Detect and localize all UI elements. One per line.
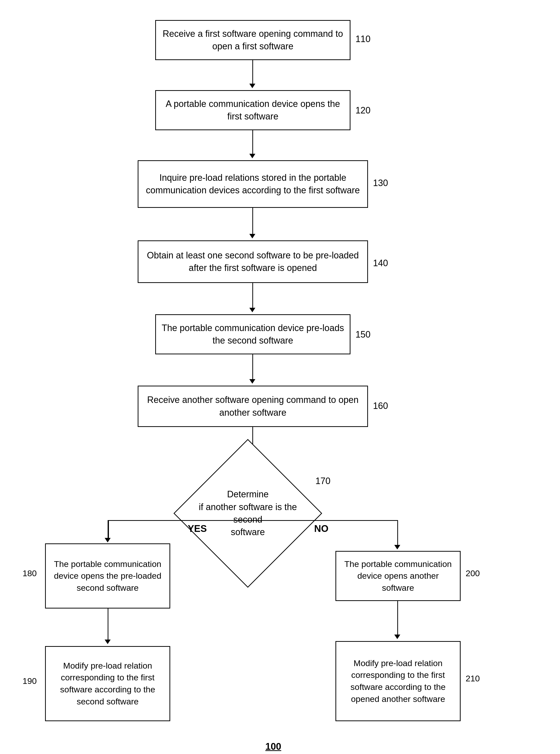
- box-140: Obtain at least one second software to b…: [138, 240, 368, 283]
- label-190: 190: [22, 676, 37, 686]
- arrowhead-150-160: [249, 379, 255, 384]
- arrow-150-160: [252, 354, 253, 381]
- arrow-yes-vert: [108, 520, 108, 540]
- arrowhead-no: [394, 545, 400, 550]
- diamond-170: Determineif another software is thesecon…: [195, 461, 300, 566]
- arrow-no-vert: [397, 520, 398, 547]
- label-170: 170: [315, 476, 331, 486]
- arrow-110-120: [252, 60, 253, 85]
- arrow-140-150: [252, 283, 253, 309]
- label-200: 200: [466, 569, 480, 578]
- arrowhead-200-210: [394, 635, 400, 639]
- arrow-180-190: [108, 609, 108, 641]
- box-130-text: Inquire pre-load relations stored in the…: [143, 172, 362, 197]
- box-150-text: The portable communication device pre-lo…: [161, 322, 345, 347]
- label-110: 110: [356, 34, 371, 44]
- arrowhead-180-190: [105, 639, 111, 644]
- box-140-text: Obtain at least one second software to b…: [143, 249, 362, 275]
- box-130: Inquire pre-load relations stored in the…: [138, 160, 368, 208]
- arrowhead-130-140: [249, 234, 255, 238]
- arrowhead-120-130: [249, 154, 255, 158]
- arrow-120-130: [252, 130, 253, 155]
- box-180: The portable communication device opens …: [45, 543, 170, 609]
- label-210: 210: [466, 674, 480, 683]
- box-190: Modify pre-load relation corresponding t…: [45, 646, 170, 721]
- flowchart-diagram: Receive a first software opening command…: [0, 0, 560, 754]
- box-150: The portable communication device pre-lo…: [155, 314, 351, 354]
- label-140: 140: [373, 258, 388, 269]
- box-110-text: Receive a first software opening command…: [161, 27, 345, 53]
- label-120: 120: [356, 105, 371, 116]
- no-label: NO: [314, 523, 328, 534]
- label-160: 160: [373, 401, 388, 411]
- box-120: A portable communication device opens th…: [155, 90, 351, 130]
- label-150: 150: [356, 329, 371, 340]
- arrowhead-110-120: [249, 84, 255, 88]
- box-200-text: The portable communication device opens …: [341, 558, 455, 594]
- box-210: Modify pre-load relation corresponding t…: [336, 641, 461, 721]
- box-190-text: Modify pre-load relation corresponding t…: [51, 660, 164, 708]
- box-120-text: A portable communication device opens th…: [161, 98, 345, 123]
- label-130: 130: [373, 178, 388, 188]
- box-160-text: Receive another software opening command…: [143, 394, 362, 419]
- arrowhead-yes: [105, 538, 111, 542]
- arrow-130-140: [252, 208, 253, 235]
- arrowhead-140-150: [249, 308, 255, 312]
- box-160: Receive another software opening command…: [138, 385, 368, 427]
- label-180: 180: [22, 569, 37, 578]
- box-110: Receive a first software opening command…: [155, 20, 351, 60]
- diamond-170-text: Determineif another software is thesecon…: [196, 485, 299, 541]
- figure-label: 100: [265, 741, 281, 752]
- box-180-text: The portable communication device opens …: [51, 558, 164, 594]
- arrow-200-210: [397, 601, 398, 636]
- box-210-text: Modify pre-load relation corresponding t…: [341, 657, 455, 705]
- box-200: The portable communication device opens …: [336, 551, 461, 601]
